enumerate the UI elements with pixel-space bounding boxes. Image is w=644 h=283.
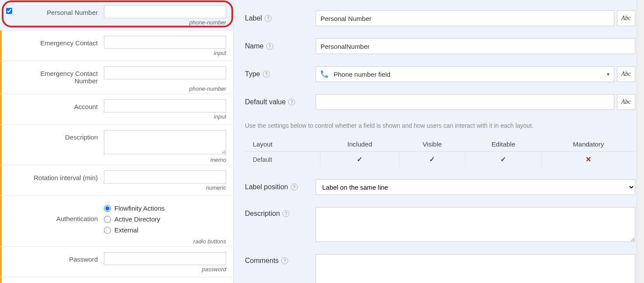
field-input[interactable]: [104, 5, 226, 18]
col-mandatory: Mandatory: [541, 137, 635, 152]
radio-option[interactable]: Flowfinity Actions: [104, 203, 226, 214]
col-included: Included: [320, 137, 399, 152]
col-layout: Layout: [245, 137, 320, 152]
field-properties-panel: Label ? Abc Name ? Type ? Phone number f…: [234, 0, 644, 283]
field-input[interactable]: [104, 36, 226, 49]
prop-row-comments: Comments ?: [245, 254, 635, 283]
field-input[interactable]: [104, 99, 226, 113]
table-row[interactable]: Default✓✓✓✕: [245, 152, 635, 167]
prop-row-default: Default value ? Abc: [245, 94, 635, 110]
prop-row-labelpos: Label position ? Label on the same line: [245, 179, 635, 195]
prop-row-type: Type ? Phone number field ▼ Abc: [245, 66, 635, 82]
check-icon: ✓: [429, 156, 435, 163]
form-fields-panel: Personal Numberphone-numberEmergency Con…: [0, 0, 234, 283]
layout-info-text: Use the settings below to control whethe…: [245, 122, 635, 129]
help-icon[interactable]: ?: [291, 184, 298, 191]
help-icon[interactable]: ?: [288, 99, 295, 106]
default-value-input[interactable]: [316, 94, 614, 110]
layout-table: Layout Included Visible Editable Mandato…: [245, 137, 635, 167]
field-row[interactable]: Rotation interval (min)numeric: [0, 165, 233, 196]
col-visible: Visible: [399, 137, 465, 152]
field-type-hint: phone-number: [3, 19, 231, 26]
field-label: Emergency Contact Number: [17, 66, 104, 85]
prop-label-label: Label ?: [245, 14, 316, 22]
label-position-select[interactable]: Label on the same line: [316, 179, 635, 195]
radio-input[interactable]: [104, 216, 111, 223]
radio-input[interactable]: [104, 227, 111, 234]
field-row[interactable]: Descriptionmemo: [0, 125, 233, 165]
prop-label-type: Type ?: [245, 70, 316, 78]
field-row[interactable]: Emergency Contact Numberphone-number: [0, 61, 233, 94]
label-input[interactable]: [316, 10, 614, 26]
field-label: Password: [17, 252, 104, 263]
layout-name: Default: [245, 152, 320, 167]
field-row[interactable]: Accountinput: [0, 94, 233, 125]
prop-label-description: Description ?: [245, 207, 316, 218]
field-label: Account: [17, 99, 104, 110]
radio-label: Active Directory: [114, 215, 160, 223]
prop-row-name: Name ?: [245, 38, 635, 54]
prop-label-name: Name ?: [245, 42, 316, 50]
field-label: Emergency Contact: [17, 36, 104, 47]
type-select[interactable]: Phone number field ▼: [316, 66, 614, 82]
layout-cell-editable[interactable]: ✓: [465, 152, 541, 167]
help-icon[interactable]: ?: [263, 71, 270, 78]
help-icon[interactable]: ?: [282, 210, 289, 217]
field-input[interactable]: [104, 66, 226, 79]
field-type-hint: memo: [3, 157, 231, 163]
radio-label: Flowfinity Actions: [114, 205, 165, 212]
radio-input[interactable]: [104, 205, 111, 212]
field-input[interactable]: [104, 252, 226, 265]
check-icon: ✓: [500, 156, 506, 163]
prop-label-labelpos: Label position ?: [245, 183, 316, 191]
help-icon[interactable]: ?: [265, 15, 272, 22]
radio-option[interactable]: External: [104, 225, 226, 235]
field-row[interactable]: AuthenticationFlowfinity ActionsActive D…: [0, 196, 233, 247]
help-icon[interactable]: ?: [266, 43, 273, 50]
abc-button[interactable]: Abc: [617, 94, 635, 110]
layout-cell-included[interactable]: ✓: [320, 152, 399, 167]
field-type-hint: radio buttons: [3, 238, 231, 245]
radio-label: External: [114, 226, 138, 234]
abc-button[interactable]: Abc: [617, 66, 635, 82]
field-textarea[interactable]: [104, 130, 226, 154]
field-type-hint: numeric: [3, 184, 231, 191]
col-editable: Editable: [465, 137, 541, 152]
field-row[interactable]: Emergency Contactinput: [0, 31, 233, 61]
prop-label-comments: Comments ?: [245, 254, 316, 265]
prop-label-default: Default value ?: [245, 98, 316, 106]
field-row[interactable]: Personal Numberphone-number: [0, 0, 233, 31]
field-label: Authentication: [17, 201, 104, 222]
phone-icon: [320, 69, 329, 79]
description-textarea[interactable]: [316, 207, 635, 242]
comments-textarea[interactable]: [316, 254, 635, 283]
layout-cell-visible[interactable]: ✓: [399, 152, 465, 167]
x-icon: ✕: [585, 156, 591, 163]
field-type-hint: phone-number: [3, 85, 231, 92]
field-select-checkbox[interactable]: [6, 8, 12, 14]
field-type-hint: password: [3, 266, 231, 273]
field-input[interactable]: [104, 170, 226, 184]
name-input[interactable]: [316, 38, 635, 54]
field-label: Description: [17, 130, 104, 141]
abc-button[interactable]: Abc: [617, 10, 635, 26]
check-icon: ✓: [357, 156, 362, 163]
type-select-text: Phone number field: [334, 71, 602, 78]
prop-row-label: Label ? Abc: [245, 10, 635, 26]
prop-row-description: Description ?: [245, 207, 635, 242]
field-type-hint: input: [3, 50, 231, 56]
field-row[interactable]: Passwordpassword: [0, 247, 233, 277]
chevron-down-icon: ▼: [606, 72, 610, 77]
field-label: Rotation interval (min): [17, 170, 104, 181]
help-icon[interactable]: ?: [281, 257, 288, 264]
scrollbar[interactable]: [637, 0, 644, 283]
field-label: Personal Number: [17, 5, 104, 16]
layout-cell-mandatory[interactable]: ✕: [541, 152, 635, 167]
radio-option[interactable]: Active Directory: [104, 214, 226, 225]
field-type-hint: input: [3, 113, 231, 120]
